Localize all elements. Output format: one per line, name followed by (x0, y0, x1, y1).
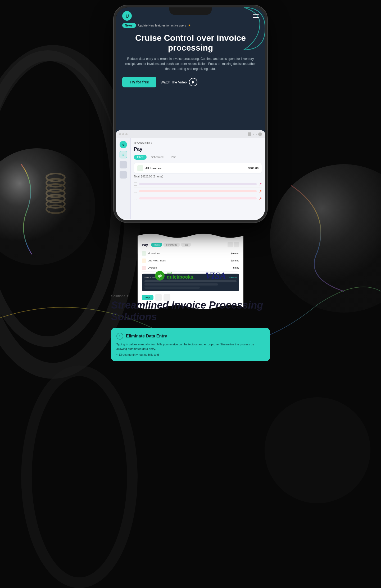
qb-text: intuit quickbooks. (167, 272, 194, 280)
qb-intuit-label: intuit (167, 272, 194, 274)
sidebar-icon-2[interactable] (120, 161, 127, 168)
feature-title-1: Eliminate Data Entry (126, 334, 167, 338)
inv-bar-3 (139, 197, 257, 199)
solutions-label: Solutions ✦ (111, 294, 270, 298)
svg-point-13 (265, 397, 370, 503)
feature-card-1-header: 1 Eliminate Data Entry (116, 333, 265, 340)
app-page-title: Pay (134, 146, 262, 152)
all-invoices-amount: $300.00 (248, 167, 258, 170)
hero-subtitle: Reduce data entry and errors in invoice … (122, 56, 259, 72)
mini-dash-header: Pay Inbox Scheduled Paid (142, 242, 239, 247)
phone-screen: ∪ News! Update New features for active u… (116, 7, 265, 220)
mini-row-2[interactable]: Due Next 7 Days $985.00 (142, 257, 239, 264)
solutions-title: Streamlined Invoice Processing Solutions (111, 300, 270, 323)
mini-icon-1[interactable] (228, 242, 233, 247)
invoice-item-2[interactable]: ↗ (134, 188, 262, 195)
all-invoices-row[interactable]: All Invoices $300.00 (134, 163, 262, 173)
inv-bar-2 (139, 190, 257, 192)
mini-tab-scheduled[interactable]: Scheduled (163, 243, 180, 247)
svg-text:qb: qb (158, 274, 162, 278)
news-text: Update New features for active users (138, 24, 186, 27)
news-banner: News! Update New features for active use… (116, 23, 265, 31)
checkbox-1[interactable] (134, 182, 137, 186)
hero-title: Cruise Control over invoice processing (122, 33, 259, 53)
play-triangle (192, 81, 195, 84)
invoice-icon (137, 165, 143, 171)
inv-arrow-1: ↗ (259, 182, 262, 186)
inv-arrow-3: ↗ (259, 196, 262, 201)
app-sidebar: ∪ $ (116, 138, 131, 219)
menu-icon[interactable] (253, 14, 259, 18)
app-tabs: Inbox Scheduled Paid (134, 155, 262, 160)
browser-bar: ‹ › (116, 130, 265, 138)
feature-number-1: 1 (116, 333, 123, 340)
mini-inv-label-1: All Invoices (148, 252, 160, 255)
checkbox-3[interactable] (134, 197, 137, 200)
mini-inv-amount-3: $0.00 (233, 266, 239, 269)
app-screenshot: ‹ › ∪ $ (116, 130, 265, 220)
app-logo: ∪ (122, 11, 132, 21)
app-main: @KANAR Inc ▾ Pay Inbox Scheduled Paid (131, 138, 265, 219)
feature-desc-1: Typing in values manually from bills you… (116, 342, 265, 351)
play-icon (189, 78, 197, 86)
feature-bullet-text-1: Direct monthly routine bills and (119, 353, 159, 356)
sidebar-icon-pay[interactable]: $ (120, 151, 127, 158)
mini-skeleton-2 (144, 283, 218, 286)
phone-notch (169, 7, 212, 15)
browser-icons: ‹ › (248, 132, 262, 136)
tab-paid[interactable]: Paid (168, 155, 179, 160)
feature-bullet-1: Direct monthly routine bills and (116, 353, 265, 356)
mini-inv-label-3: Overdue (148, 266, 157, 269)
mini-dash-title: Pay (142, 243, 148, 247)
hero-section: Cruise Control over invoice processing R… (116, 31, 265, 92)
qb-name-label: quickbooks. (167, 274, 194, 280)
qb-icon: qb (155, 271, 165, 280)
feature-card-1: 1 Eliminate Data Entry Typing in values … (111, 328, 270, 361)
total-line: Total: $4625.00 (5 Items) (134, 175, 262, 178)
mini-tab-paid[interactable]: Paid (181, 243, 191, 247)
app-inner: ∪ $ @KANAR Inc ▾ Pay (116, 138, 265, 219)
try-free-button[interactable]: Try for free (122, 77, 156, 87)
mini-inv-icon-2 (142, 259, 146, 263)
mini-tab-inbox[interactable]: Inbox (151, 243, 162, 247)
watch-video-button[interactable]: Watch The Video (161, 78, 197, 86)
mini-row-1[interactable]: All Invoices $300.00 (142, 250, 239, 257)
quickbooks-logo: qb intuit quickbooks. (155, 271, 194, 280)
sidebar-logo: ∪ (120, 141, 127, 148)
mini-inv-amount-1: $300.00 (230, 252, 239, 255)
integrations-section: qb intuit quickbooks. VISA (111, 270, 270, 281)
tab-inbox[interactable]: Inbox (134, 155, 147, 160)
watch-video-label: Watch The Video (161, 80, 187, 84)
mini-icon-2[interactable] (234, 242, 239, 247)
cta-row: Try for free Watch The Video (122, 77, 259, 87)
news-star: ✦ (188, 24, 191, 27)
checkbox-2[interactable] (134, 190, 137, 193)
phone-device: ∪ News! Update New features for active u… (114, 5, 267, 222)
mini-inv-amount-2: $985.00 (230, 259, 239, 262)
news-tag: News! (122, 23, 136, 28)
solutions-section: Solutions ✦ Streamlined Invoice Processi… (111, 294, 270, 364)
inv-arrow-2: ↗ (259, 189, 262, 193)
mini-skeleton-3 (144, 287, 200, 289)
browser-dots (119, 133, 128, 135)
inv-bar-1 (139, 183, 257, 185)
mini-inv-icon-1 (142, 251, 146, 256)
all-invoices-label: All Invoices (145, 167, 161, 170)
app-company: @KANAR Inc ▾ (134, 141, 262, 144)
mini-inv-label-2: Due Next 7 Days (148, 259, 166, 262)
invoice-item-1[interactable]: ↗ (134, 181, 262, 188)
tab-scheduled[interactable]: Scheduled (148, 155, 166, 160)
invoice-item-3[interactable]: ↗ (134, 195, 262, 202)
mini-inv-icon-3 (142, 266, 146, 270)
phone-frame: ∪ News! Update New features for active u… (114, 5, 267, 222)
visa-logo: VISA (205, 270, 226, 281)
sidebar-icon-3[interactable] (120, 171, 127, 179)
